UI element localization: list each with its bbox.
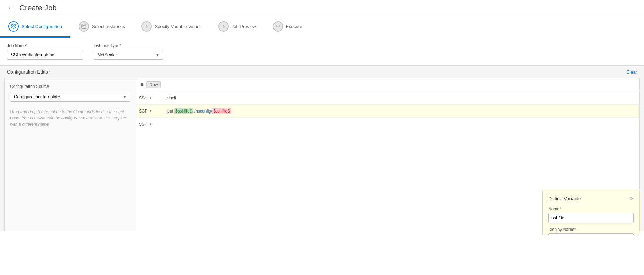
ssh-2-chevron-down-icon[interactable]: ▼ xyxy=(149,122,153,126)
svg-point-1 xyxy=(82,24,86,25)
dv-name-label: Name* xyxy=(548,207,634,211)
stack-icon xyxy=(79,21,89,32)
tab-execute[interactable]: Execute xyxy=(264,16,311,38)
define-variable-close-button[interactable]: × xyxy=(630,195,634,202)
instance-type-label: Instance Type* xyxy=(94,43,163,48)
tab-specify-variable-values[interactable]: Specify Variable Values xyxy=(133,16,210,38)
define-variable-title: Define Variable xyxy=(548,196,581,201)
arrow-right-icon-1 xyxy=(141,21,152,32)
arrow-right-icon-2 xyxy=(218,21,229,32)
source-select-wrap: Configuration Template Saved Configurati… xyxy=(10,92,130,102)
tab-job-preview-label: Job Preview xyxy=(232,24,256,29)
code-icon xyxy=(273,21,283,32)
tab-select-instances[interactable]: Select Instances xyxy=(70,16,133,38)
dv-name-input[interactable] xyxy=(548,213,634,223)
tab-select-instances-label: Select Instances xyxy=(92,24,125,29)
var-ssl-fileS-green: $ssl-fileS xyxy=(174,108,193,114)
gear-icon xyxy=(8,21,19,32)
page-header: ← Create Job xyxy=(0,0,644,16)
editor-body: Configuration Source Configuration Templ… xyxy=(4,78,640,231)
job-name-input[interactable] xyxy=(7,50,83,60)
tabs-bar: Select Configuration Select Instances Sp… xyxy=(0,16,644,38)
cmd-content-shell: shell xyxy=(164,93,639,102)
instance-type-select-wrap: NetScaler Other ▼ xyxy=(94,50,163,60)
define-variable-header: Define Variable × xyxy=(548,195,634,202)
cmd-content-scp: put $ssl-fileS /nsconfig/$ssl-fileS xyxy=(164,107,639,116)
ssh-1-chevron-down-icon[interactable]: ▼ xyxy=(149,96,153,100)
config-source-select[interactable]: Configuration Template Saved Configurati… xyxy=(10,92,130,102)
form-section: Job Name* Instance Type* NetScaler Other… xyxy=(0,38,644,65)
clear-button[interactable]: Clear xyxy=(626,69,637,75)
cmd-type-ssh-1: SSH ▼ xyxy=(136,93,164,102)
dv-display-name-group: Display Name* xyxy=(548,227,634,235)
instance-type-select[interactable]: NetScaler Other xyxy=(94,50,163,60)
path-nsconfig: /nsconfig/ xyxy=(193,109,212,114)
tab-select-configuration[interactable]: Select Configuration xyxy=(0,16,70,38)
page-title: Create Job xyxy=(19,3,57,12)
config-source-hint: Drag and drop the template to the Comman… xyxy=(10,109,130,127)
left-panel: Configuration Source Configuration Templ… xyxy=(5,78,136,231)
config-editor-section: Configuration Editor Clear Configuration… xyxy=(0,65,644,231)
config-editor-title: Configuration Editor xyxy=(7,69,50,75)
config-source-label: Configuration Source xyxy=(10,84,130,89)
instance-type-group: Instance Type* NetScaler Other ▼ xyxy=(94,43,163,60)
define-variable-panel: Define Variable × Name* Display Name* Ty… xyxy=(542,190,639,235)
dv-display-name-input[interactable] xyxy=(548,233,634,235)
tab-specify-variable-values-label: Specify Variable Values xyxy=(155,24,201,29)
command-row-scp: SCP ▼ put $ssl-fileS /nsconfig/$ssl-file… xyxy=(136,105,639,118)
svg-point-0 xyxy=(13,26,14,27)
cmd-content-ssh-2 xyxy=(164,122,639,126)
tab-job-preview[interactable]: Job Preview xyxy=(210,16,264,38)
command-row: SSH ▼ shell xyxy=(136,91,639,105)
dv-display-name-label: Display Name* xyxy=(548,227,634,232)
right-panel-toolbar: ≡ New xyxy=(136,78,639,91)
var-ssl-fileS-red: $ssl-fileS xyxy=(212,108,231,114)
tab-select-configuration-label: Select Configuration xyxy=(21,24,62,29)
job-name-label: Job Name* xyxy=(7,43,83,48)
config-editor-header: Configuration Editor Clear xyxy=(0,66,644,78)
dv-name-group: Name* xyxy=(548,207,634,223)
command-row-ssh-2: SSH ▼ xyxy=(136,118,639,131)
job-name-group: Job Name* xyxy=(7,43,83,60)
tab-execute-label: Execute xyxy=(286,24,302,29)
back-button[interactable]: ← xyxy=(6,4,16,12)
hamburger-icon[interactable]: ≡ xyxy=(140,82,143,88)
new-badge: New xyxy=(146,81,161,88)
cmd-type-ssh-2: SSH ▼ xyxy=(136,120,164,129)
scp-chevron-down-icon[interactable]: ▼ xyxy=(149,109,153,113)
cmd-type-scp: SCP ▼ xyxy=(136,107,164,116)
